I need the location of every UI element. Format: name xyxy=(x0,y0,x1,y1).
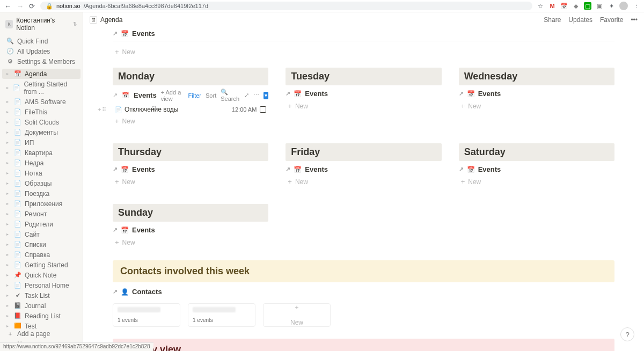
sidebar-page-4[interactable]: ▸📄Solit Clouds xyxy=(2,117,80,127)
star-icon[interactable]: ☆ xyxy=(538,3,543,10)
gmail-icon[interactable]: M xyxy=(548,2,556,10)
sidebar-page-2[interactable]: ▸📄AMS Software xyxy=(2,97,80,107)
disclosure-icon[interactable]: ▸ xyxy=(6,293,11,298)
contact-card[interactable]: 1 events xyxy=(188,303,255,327)
disclosure-icon[interactable]: ▸ xyxy=(6,313,11,318)
new-row-button[interactable]: +New xyxy=(459,176,614,188)
new-contact-card[interactable]: + New xyxy=(263,303,331,327)
add-view-button[interactable]: + Add a view xyxy=(161,89,184,102)
expand-icon[interactable]: ⤢ xyxy=(244,92,249,99)
events-link[interactable]: ↗ 📅 Events xyxy=(113,27,614,40)
events-link[interactable]: ↗ 📅 Events xyxy=(113,224,268,236)
new-row-button[interactable]: +New xyxy=(113,176,268,188)
sidebar-page-14[interactable]: ▸📄Родители xyxy=(2,219,80,229)
sidebar-page-20[interactable]: ▸📄Personal Home xyxy=(2,280,80,290)
sidebar-util-1[interactable]: 🕘All Updates xyxy=(2,46,80,56)
more-button[interactable]: ••• xyxy=(631,16,638,24)
url-bar[interactable]: 🔒 notion.so/Agenda-6bcaf9a68e8a4cc8987de… xyxy=(40,2,532,10)
add-page-button[interactable]: + Add a page xyxy=(2,328,80,339)
disclosure-icon[interactable]: ▸ xyxy=(6,181,11,186)
sidebar-page-16[interactable]: ▸📄Списки xyxy=(2,239,80,250)
event-row[interactable]: +⠿ 📄 Отключение воды 12:00 AM xyxy=(113,104,268,115)
checkbox[interactable] xyxy=(260,106,266,113)
sidebar-util-0[interactable]: 🔍Quick Find xyxy=(2,36,80,46)
disclosure-icon[interactable]: ▸ xyxy=(6,160,11,165)
sidebar-page-5[interactable]: ▸📄Документы xyxy=(2,127,80,137)
sidebar-page-12[interactable]: ▸📄Приложения xyxy=(2,199,80,209)
sidebar-page-19[interactable]: ▸📌Quick Note xyxy=(2,270,80,280)
filter-button[interactable]: Filter xyxy=(188,92,201,99)
sidebar-page-11[interactable]: ▸📄Поездка xyxy=(2,188,80,199)
breadcrumb-title[interactable]: Agenda xyxy=(100,16,122,24)
menu-icon[interactable]: ⋮ xyxy=(632,2,640,10)
sidebar-page-7[interactable]: ▸📄Квартира xyxy=(2,148,80,158)
new-row-button[interactable]: +New xyxy=(459,100,614,112)
ext-icon[interactable]: ◆ xyxy=(572,2,580,10)
disclosure-icon[interactable]: ▸ xyxy=(6,109,11,114)
events-link[interactable]: ↗ 📅 Events xyxy=(286,163,441,176)
row-handles[interactable]: +⠿ xyxy=(98,106,106,113)
disclosure-icon[interactable]: ▸ xyxy=(6,232,11,237)
sidebar-page-18[interactable]: ▸📄Getting Started xyxy=(2,260,80,270)
contact-card[interactable]: 1 events xyxy=(113,303,180,327)
sidebar-page-17[interactable]: ▸📄Справка xyxy=(2,250,80,260)
disclosure-icon[interactable]: ▸ xyxy=(6,262,11,267)
avatar-icon[interactable] xyxy=(619,2,628,10)
events-link[interactable]: ↗ 📅 Events xyxy=(459,87,614,100)
events-link[interactable]: ↗ 📅 Events xyxy=(286,87,441,100)
ext-icon[interactable]: ▢ xyxy=(584,2,591,10)
event-title[interactable]: Отключение воды xyxy=(125,106,232,113)
sidebar-page-22[interactable]: ▸📓Journal xyxy=(2,301,80,311)
disclosure-icon[interactable]: ▸ xyxy=(6,303,11,308)
sidebar-page-15[interactable]: ▸📄Сайт xyxy=(2,229,80,239)
disclosure-icon[interactable]: ▸ xyxy=(6,171,11,176)
sidebar-page-23[interactable]: ▸📕Reading List xyxy=(2,311,80,321)
disclosure-icon[interactable]: ▸ xyxy=(6,85,10,90)
disclosure-icon[interactable]: ▸ xyxy=(6,130,11,135)
forward-icon[interactable]: → xyxy=(17,2,24,10)
sidebar-page-21[interactable]: ▸✔Task List xyxy=(2,290,80,301)
disclosure-icon[interactable]: ▸ xyxy=(6,242,11,247)
new-row-button[interactable]: +New xyxy=(286,176,441,188)
disclosure-icon[interactable]: ▸ xyxy=(6,273,11,277)
sidebar-page-1[interactable]: ▸📄Getting Started from ... xyxy=(2,79,80,97)
new-row-button[interactable]: + New xyxy=(113,46,614,58)
share-button[interactable]: Share xyxy=(544,16,561,24)
extensions-icon[interactable]: ✦ xyxy=(608,2,615,10)
updates-button[interactable]: Updates xyxy=(568,16,592,24)
disclosure-icon[interactable]: ▸ xyxy=(6,283,11,288)
sidebar-page-8[interactable]: ▸📄Недра xyxy=(2,158,80,168)
events-link[interactable]: ↗ 📅 Events xyxy=(459,163,614,176)
calendar-icon[interactable]: 📅 xyxy=(560,2,568,10)
disclosure-icon[interactable]: ▸ xyxy=(6,71,11,76)
ext-icon[interactable]: ▣ xyxy=(596,2,603,10)
events-label[interactable]: Events xyxy=(134,91,157,99)
reload-icon[interactable]: ⟳ xyxy=(29,2,35,10)
contacts-link[interactable]: ↗ 👤 Contacts xyxy=(113,286,614,298)
workspace-switcher[interactable]: К Константин's Notion ⇅ xyxy=(0,12,83,36)
sidebar-page-0[interactable]: ▸📅Agenda xyxy=(2,69,80,79)
disclosure-icon[interactable]: ▸ xyxy=(6,324,11,328)
sidebar-page-9[interactable]: ▸📄Нотка xyxy=(2,168,80,178)
disclosure-icon[interactable]: ▸ xyxy=(6,150,11,155)
new-row-button[interactable]: +New xyxy=(286,100,441,112)
new-row-button[interactable]: +New xyxy=(113,115,268,127)
disclosure-icon[interactable]: ▸ xyxy=(6,222,11,226)
disclosure-icon[interactable]: ▸ xyxy=(6,120,11,125)
disclosure-icon[interactable]: ▸ xyxy=(6,140,11,145)
sidebar-page-24[interactable]: ▸🟧Test xyxy=(2,321,80,328)
more-icon[interactable]: ⋯ xyxy=(253,92,259,99)
events-link[interactable]: ↗ 📅 Events xyxy=(113,163,268,176)
new-button[interactable]: ▾ xyxy=(264,92,269,99)
disclosure-icon[interactable]: ▸ xyxy=(6,252,11,257)
sort-button[interactable]: Sort xyxy=(206,92,216,99)
sidebar-page-6[interactable]: ▸📄ИП xyxy=(2,137,80,148)
sidebar-page-13[interactable]: ▸📄Ремонт xyxy=(2,209,80,219)
favorite-button[interactable]: Favorite xyxy=(600,16,623,24)
search-button[interactable]: 🔍 Search xyxy=(221,89,240,102)
sidebar-util-2[interactable]: ⚙Settings & Members xyxy=(2,56,80,67)
sidebar-page-3[interactable]: ▸📄FileThis xyxy=(2,107,80,117)
disclosure-icon[interactable]: ▸ xyxy=(6,191,11,196)
disclosure-icon[interactable]: ▸ xyxy=(6,99,11,104)
new-row-button[interactable]: +New xyxy=(113,236,268,248)
